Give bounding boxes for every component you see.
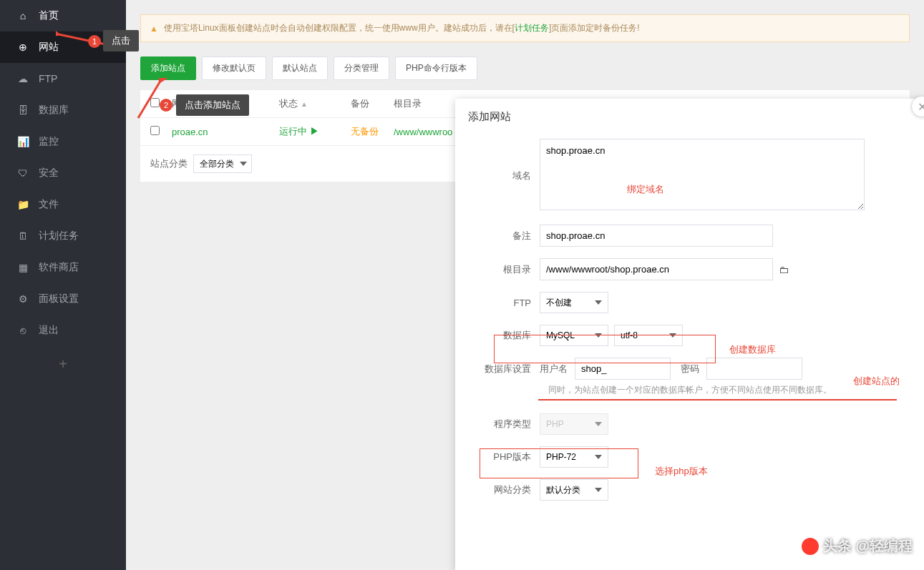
alert-text-suffix: ]页面添加定时备份任务! — [549, 23, 640, 33]
modal-title: 添加网站 — [455, 99, 924, 136]
nav-monitor[interactable]: 📊监控 — [0, 126, 126, 157]
nav-logout[interactable]: ⎋退出 — [0, 315, 126, 346]
label-remark: 备注 — [468, 230, 540, 242]
db-password-input[interactable] — [706, 358, 802, 380]
home-icon: ⌂ — [17, 10, 29, 21]
col-status[interactable]: 状态▲ — [279, 97, 351, 110]
label-root: 根目录 — [468, 263, 540, 276]
label-ftp: FTP — [468, 298, 540, 308]
root-path-input[interactable] — [540, 258, 773, 280]
db-type-select[interactable]: MySQL — [540, 325, 608, 346]
remark-input[interactable] — [540, 225, 773, 247]
edit-default-page-button[interactable]: 修改默认页 — [202, 56, 266, 80]
add-site-button[interactable]: 添加站点 — [140, 56, 196, 80]
label-user: 用户名 — [540, 363, 568, 375]
nav-cron[interactable]: 🗓计划任务 — [0, 220, 126, 252]
label-ptype: 程序类型 — [468, 418, 540, 431]
badge-1: 1 — [88, 35, 101, 48]
category-manage-button[interactable]: 分类管理 — [334, 56, 389, 80]
nav-files[interactable]: 📁文件 — [0, 189, 126, 220]
database-icon: 🗄 — [17, 104, 29, 116]
gear-icon: ⚙ — [17, 293, 29, 305]
annot-sel-php: 选择php版本 — [655, 465, 708, 478]
warning-icon: ▲ — [150, 24, 158, 34]
nav-add[interactable]: + — [0, 346, 126, 383]
add-site-modal: ✕ 添加网站 域名 shop.proae.cn 备注 根目录 🗀 FTP 不创建… — [455, 99, 924, 570]
db-hint: 同时，为站点创建一个对应的数据库帐户，方便不同站点使用不同数据库。 — [548, 384, 906, 396]
folder-browse-icon[interactable]: 🗀 — [779, 264, 789, 275]
alert-link[interactable]: 计划任务 — [515, 23, 549, 33]
annot-create-db: 创建数据库 — [729, 343, 776, 356]
cell-name[interactable]: proae.cn — [172, 127, 279, 137]
label-db: 数据库 — [468, 329, 540, 342]
db-user-input[interactable] — [575, 358, 671, 380]
watermark-icon — [802, 538, 819, 555]
cell-status[interactable]: 运行中 ▶ — [279, 125, 351, 138]
badge-2: 2 — [160, 99, 172, 112]
label-phpv: PHP版本 — [468, 451, 540, 463]
site-category-select[interactable]: 默认分类 — [540, 479, 608, 501]
domain-textarea[interactable]: shop.proae.cn — [540, 139, 865, 210]
alert-banner: ▲ 使用宝塔Linux面板创建站点时会自动创建权限配置，统一使用www用户。建站… — [140, 14, 910, 42]
category-select[interactable]: 全部分类 — [193, 154, 252, 173]
db-charset-select[interactable]: utf-8 — [614, 325, 683, 346]
nav-settings[interactable]: ⚙面板设置 — [0, 283, 126, 315]
ftp-select[interactable]: 不创建 — [540, 292, 608, 313]
nav-security[interactable]: 🛡安全 — [0, 157, 126, 189]
nav-appstore[interactable]: ▦软件商店 — [0, 252, 126, 283]
annot-site-hint: 创建站点的 — [853, 375, 900, 388]
php-version-select[interactable]: PHP-72 — [540, 446, 608, 468]
label-dbset: 数据库设置 — [468, 363, 540, 375]
nav-home[interactable]: ⌂首页 — [0, 0, 126, 31]
watermark: 头条 @轻编程 — [802, 536, 913, 556]
default-site-button[interactable]: 默认站点 — [272, 56, 328, 80]
filter-label: 站点分类 — [150, 157, 188, 170]
cell-backup[interactable]: 无备份 — [351, 125, 394, 138]
row-checkbox[interactable] — [150, 126, 160, 135]
annot-bind-domain: 绑定域名 — [627, 183, 664, 196]
program-type-select: PHP — [540, 413, 608, 435]
tooltip-1: 点击 — [103, 30, 139, 51]
calendar-icon: 🗓 — [17, 230, 29, 242]
folder-icon: 📁 — [17, 199, 29, 210]
monitor-icon: 📊 — [17, 136, 29, 147]
col-backup: 备份 — [351, 97, 394, 110]
shield-icon: 🛡 — [17, 167, 29, 179]
label-domain: 域名 — [468, 169, 540, 182]
tooltip-2: 点击添加站点 — [176, 94, 249, 116]
nav-database[interactable]: 🗄数据库 — [0, 94, 126, 126]
php-cli-button[interactable]: PHP命令行版本 — [395, 56, 477, 80]
grid-icon: ▦ — [17, 262, 29, 273]
sidebar: ⌂首页 ⊕网站 ☁FTP 🗄数据库 📊监控 🛡安全 📁文件 🗓计划任务 ▦软件商… — [0, 0, 126, 570]
alert-text-prefix: 使用宝塔Linux面板创建站点时会自动创建权限配置，统一使用www用户。建站成功… — [164, 23, 515, 33]
ftp-icon: ☁ — [17, 73, 29, 84]
globe-icon: ⊕ — [17, 41, 29, 53]
label-pwd: 密码 — [681, 363, 699, 375]
nav-ftp[interactable]: ☁FTP — [0, 63, 126, 94]
label-cat: 网站分类 — [468, 483, 540, 496]
toolbar: 添加站点 修改默认页 默认站点 分类管理 PHP命令行版本 — [140, 56, 910, 80]
logout-icon: ⎋ — [17, 325, 29, 336]
